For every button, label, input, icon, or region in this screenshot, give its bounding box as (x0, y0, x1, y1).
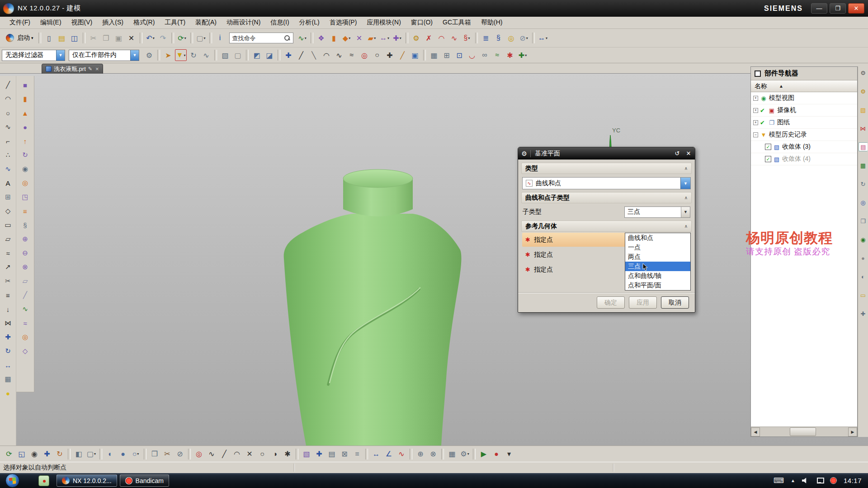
dropdown-caret-icon[interactable]: ▾ (184, 36, 186, 40)
menu-preferences[interactable]: 首选项(P) (325, 17, 362, 28)
arrow-button[interactable]: ↗ (3, 262, 14, 272)
menu-information[interactable]: 信息(I) (265, 17, 294, 28)
cancel-button[interactable]: 取消 (661, 296, 689, 309)
move-curve-button[interactable]: ✚ (3, 332, 14, 343)
unite-button[interactable]: ⊕ (20, 234, 31, 244)
fit-view-button[interactable]: ◱ (16, 448, 28, 460)
checkbox[interactable]: ✓ (765, 144, 771, 150)
spline-snap-button[interactable]: ∿ (333, 49, 345, 61)
measure-distance-button[interactable]: ↔ (370, 448, 382, 460)
touch-mode-button[interactable]: ✚ (859, 309, 868, 318)
menu-application[interactable]: 应用模块(N) (362, 17, 406, 28)
wcs-dynamics-button[interactable]: ⊕ (415, 448, 426, 460)
notes-button[interactable]: ▭ (859, 291, 868, 300)
shaded-style-button[interactable]: ◩ (251, 49, 263, 61)
spring-coil-button[interactable]: ≣ (480, 32, 492, 44)
cone-button[interactable]: ▲ (20, 108, 31, 118)
navigator-settings-button[interactable]: ⚙ (859, 68, 868, 77)
materials-button[interactable]: ● (859, 253, 868, 263)
wave2-snap-button[interactable]: ≈ (491, 49, 503, 61)
pull-face-button[interactable]: ▮ (328, 32, 340, 44)
polygon-button[interactable]: ◇ (3, 206, 14, 216)
measure-dimension-button[interactable]: ↔▾ (537, 32, 549, 44)
subtype-option-0[interactable]: 曲线和点 (625, 233, 690, 243)
tube-button[interactable]: ◎ (20, 332, 31, 343)
part-navigator-button[interactable]: ▤ (859, 142, 868, 151)
scroll-right-icon[interactable]: ▶ (848, 427, 857, 436)
bridge-curve-button[interactable]: ◠ (436, 32, 448, 44)
revolve-button[interactable]: ↻ (20, 150, 31, 160)
visualization-button[interactable]: ◐ (859, 272, 868, 281)
constraint-navigator-button[interactable]: ⋈ (859, 124, 868, 133)
wireframe-style-button[interactable]: ◪ (264, 49, 275, 61)
menu-help[interactable]: 帮助(H) (476, 17, 507, 28)
network-icon[interactable] (816, 478, 823, 483)
chevron-down-icon[interactable]: ▼ (680, 178, 690, 189)
undo-button[interactable]: ↶▾ (145, 32, 156, 44)
sweep-button[interactable]: ≈ (20, 318, 31, 328)
sphere-button[interactable]: ● (20, 122, 31, 132)
type-section-header[interactable]: 类型 ∧ (521, 163, 692, 174)
line-button[interactable]: ╱ (3, 80, 14, 90)
chevron-down-icon[interactable]: ▼ (56, 50, 65, 61)
history-palette-button[interactable]: ↻ (859, 179, 868, 188)
inferred-line-button[interactable]: ╲ (308, 49, 320, 61)
pattern-table-button[interactable]: ⊞ (3, 192, 14, 202)
subtype-option-5[interactable]: 点和平面/面 (625, 281, 690, 290)
menu-file[interactable]: 文件(F) (5, 17, 35, 28)
transform-face-button[interactable]: ✚▾ (392, 32, 403, 44)
dropdown-caret-icon[interactable]: ▾ (305, 36, 307, 40)
line-snap-button[interactable]: ╱ (295, 49, 307, 61)
assembly-navigator-button[interactable]: ▧ (859, 105, 868, 114)
pencil-snap-button[interactable]: ╱ (396, 49, 408, 61)
intersect-curve-button[interactable]: ✗ (423, 32, 435, 44)
collapse-chevron-icon[interactable]: ∧ (684, 166, 688, 171)
profile-button[interactable]: ⌐ (3, 136, 14, 146)
tree-row-drawing[interactable]: +✔❐图纸 (751, 117, 857, 129)
command-search-input[interactable] (232, 35, 281, 42)
roles-button[interactable]: ⚙ (859, 87, 868, 96)
display-style-button[interactable]: ▢▾ (195, 32, 207, 44)
simple-analysis-button[interactable]: ∿ (396, 448, 407, 460)
play-macro-button[interactable]: ▶ (478, 448, 490, 460)
collapse-chevron-icon[interactable]: ∧ (684, 195, 688, 200)
menu-window[interactable]: 窗口(O) (406, 17, 438, 28)
start-button[interactable] (5, 474, 19, 488)
smooth-curve-button[interactable]: ∿ (448, 32, 460, 44)
point-set-button[interactable]: ∴ (3, 150, 14, 160)
menu-animation-design[interactable]: 动画设计(N) (222, 17, 265, 28)
redo-button[interactable]: ↷ (157, 32, 169, 44)
more-tools-button[interactable]: ▾ (503, 448, 515, 460)
menu-view[interactable]: 视图(V) (66, 17, 98, 28)
process-studio-button[interactable]: ◎ (859, 198, 868, 207)
zoom-button[interactable]: ◉ (28, 448, 40, 460)
tree-row-convergent-body[interactable]: ✓▧收敛体 (4) (751, 153, 857, 165)
search-icon[interactable] (284, 35, 290, 41)
dropdown-caret-icon[interactable]: ▾ (374, 36, 376, 40)
dropdown-caret-icon[interactable]: ▾ (400, 36, 401, 40)
move-face-button[interactable]: ❖ (316, 32, 327, 44)
offset-curve-button[interactable]: ≡ (3, 290, 14, 300)
front-view-button[interactable]: ▢▾ (85, 448, 97, 460)
datum-axis-button[interactable]: ╱ (20, 290, 31, 300)
parallelogram-button[interactable]: ▱ (3, 234, 14, 244)
trimetric-view-button[interactable]: ◧ (73, 448, 85, 460)
subtype-option-2[interactable]: 两点 (625, 252, 690, 262)
circle-snap-button[interactable]: ○ (371, 49, 383, 61)
dialog-title-bar[interactable]: ⚙ 基准平面 ↺ ✕ (518, 147, 695, 160)
new-file-button[interactable]: ▯ (43, 32, 55, 44)
expand-toggle-icon[interactable]: + (753, 96, 758, 101)
wave-snap-button[interactable]: ≈ (346, 49, 358, 61)
no-helix-button[interactable]: ⊘▾ (518, 32, 530, 44)
minimize-button[interactable]: — (811, 3, 827, 14)
refresh-button[interactable]: ⟳▾ (176, 32, 188, 44)
dropdown-caret-icon[interactable]: ▾ (467, 452, 469, 456)
intersection-point-button[interactable]: ✕ (244, 448, 255, 460)
type-combo[interactable]: ∿ 曲线和点 ▼ (522, 177, 691, 189)
sketch-button[interactable]: ∿ (20, 304, 31, 314)
expand-toggle-icon[interactable]: − (753, 132, 758, 137)
sort-ascending-icon[interactable]: ▲ (779, 84, 783, 89)
nx-task-button[interactable]: NX 12.0.0.2... (57, 474, 117, 487)
mid-point-button[interactable]: ◠ (231, 448, 243, 460)
delete-button[interactable]: ✕ (126, 32, 137, 44)
